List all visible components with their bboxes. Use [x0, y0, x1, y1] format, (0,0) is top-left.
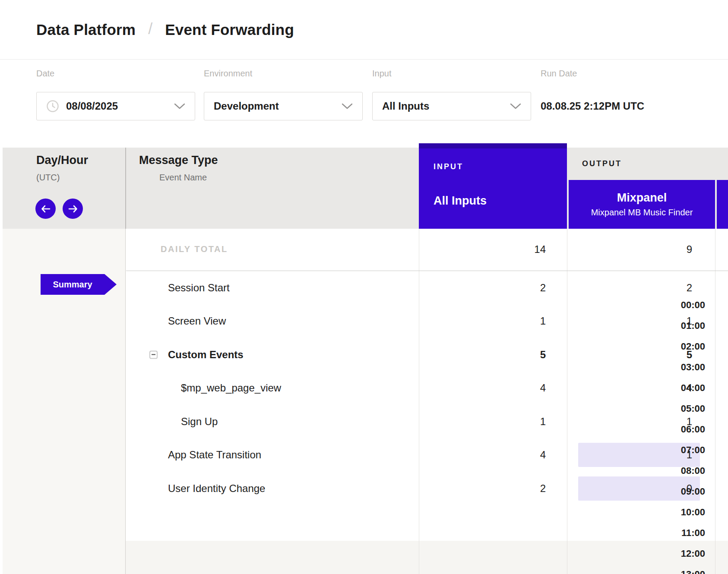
input-column-name: All Inputs [434, 194, 487, 208]
event-name: Screen View [168, 315, 226, 327]
clock-icon [46, 100, 59, 113]
input-filter-label: Input [372, 68, 531, 79]
environment-value: Development [214, 100, 279, 112]
hour-slot[interactable]: 05:00 [681, 403, 705, 414]
breadcrumb-parent[interactable]: Data Platform [36, 21, 136, 38]
hour-slot[interactable]: 04:00 [681, 382, 705, 394]
table-row: Custom Events 5 5 [126, 338, 728, 372]
daily-total-output-count: 9 [687, 243, 692, 255]
header-column-divider [125, 148, 126, 229]
event-name: Custom Events [168, 349, 244, 361]
output-count: 2 [687, 282, 692, 294]
run-date-label: Run Date [541, 68, 644, 79]
input-column-accent-strip [419, 143, 567, 148]
hour-slot[interactable]: 12:00 [681, 548, 705, 559]
input-count: 2 [540, 483, 546, 495]
arrow-left-icon [41, 205, 51, 213]
event-name: $mp_web_page_view [181, 382, 281, 394]
hour-slot[interactable]: 03:00 [681, 362, 705, 373]
daily-total-input-count: 14 [534, 243, 546, 255]
input-count: 2 [540, 282, 546, 294]
table-row: Sign Up 1 1 [126, 405, 728, 438]
table-row: User Identity Change 2 0 [126, 472, 728, 505]
hour-slot[interactable]: 06:00 [681, 424, 705, 435]
day-hour-subtitle: (UTC) [36, 173, 60, 183]
table-row: $mp_web_page_view 4 4 [126, 372, 728, 405]
summary-badge[interactable]: Summary [41, 274, 104, 295]
output-column-subtitle: Mixpanel MB Music Finder [591, 208, 693, 218]
chevron-down-icon [174, 103, 185, 110]
table-row: Session Start 2 2 [126, 271, 728, 305]
daily-total-label: DAILY TOTAL [161, 244, 228, 254]
chevron-down-icon [510, 103, 521, 110]
event-rows: Session Start 2 2 Screen View 1 1 Custom… [126, 271, 728, 505]
input-count: 4 [540, 449, 546, 461]
input-filter: Input All Inputs [372, 68, 531, 120]
input-dropdown[interactable]: All Inputs [372, 92, 531, 120]
input-column-header[interactable]: INPUT All Inputs [419, 143, 567, 229]
hour-slot[interactable]: 08:00 [681, 465, 705, 476]
event-name: Session Start [168, 282, 230, 294]
hour-slot[interactable]: 13:00 [681, 569, 705, 574]
environment-filter-label: Environment [204, 68, 363, 79]
environment-dropdown[interactable]: Development [204, 92, 363, 120]
run-date: Run Date 08.08.25 2:12PM UTC [541, 68, 644, 120]
hour-slot[interactable]: 00:00 [681, 300, 705, 311]
page-title: Event Forwarding [165, 21, 294, 38]
environment-filter: Environment Development [204, 68, 363, 120]
next-output-column-header[interactable] [717, 180, 728, 229]
sidebar-divider [125, 229, 126, 574]
breadcrumb-separator: / [148, 20, 152, 38]
breadcrumb: Data Platform / Event Forwarding [0, 0, 728, 60]
output-column-header[interactable]: Mixpanel Mixpanel MB Music Finder [569, 180, 715, 229]
output-column-name: Mixpanel [617, 191, 667, 205]
event-name: User Identity Change [168, 483, 265, 495]
date-dropdown[interactable]: 08/08/2025 [36, 92, 195, 120]
event-forwarding-page: Data Platform / Event Forwarding Date 08… [0, 0, 728, 574]
table-row: Screen View 1 1 [126, 305, 728, 338]
input-count: 1 [540, 315, 546, 327]
chevron-down-icon [342, 103, 353, 110]
date-filter-label: Date [36, 68, 195, 79]
previous-day-button[interactable] [35, 199, 56, 219]
hour-slot[interactable]: 01:00 [681, 320, 705, 331]
event-name-subtitle: Event Name [159, 173, 207, 183]
next-day-button[interactable] [63, 199, 83, 219]
event-name: App State Transition [168, 449, 261, 461]
minus-icon [152, 354, 155, 355]
input-count: 5 [540, 349, 546, 361]
hour-slot[interactable]: 02:00 [681, 341, 705, 352]
run-date-value: 08.08.25 2:12PM UTC [541, 92, 644, 120]
hour-slot[interactable]: 10:00 [681, 507, 705, 518]
date-filter: Date 08/08/2025 [36, 68, 195, 120]
input-count: 4 [540, 382, 546, 394]
table-row: App State Transition 4 1 [126, 438, 728, 472]
hour-slot[interactable]: 09:00 [681, 486, 705, 497]
day-hour-header: Day/Hour [36, 154, 88, 167]
hour-slot[interactable]: 07:00 [681, 445, 705, 456]
table-footer-band [125, 541, 728, 574]
collapse-toggle[interactable] [149, 350, 158, 359]
date-value: 08/08/2025 [66, 100, 118, 112]
input-value: All Inputs [382, 100, 429, 112]
output-group-label: OUTPUT [582, 159, 622, 168]
message-type-header: Message Type [139, 154, 218, 167]
hour-slot[interactable]: 11:00 [681, 527, 705, 539]
event-name: Sign Up [181, 416, 218, 428]
input-count: 1 [540, 416, 546, 428]
input-group-label: INPUT [434, 162, 463, 171]
arrow-right-icon [68, 205, 78, 213]
